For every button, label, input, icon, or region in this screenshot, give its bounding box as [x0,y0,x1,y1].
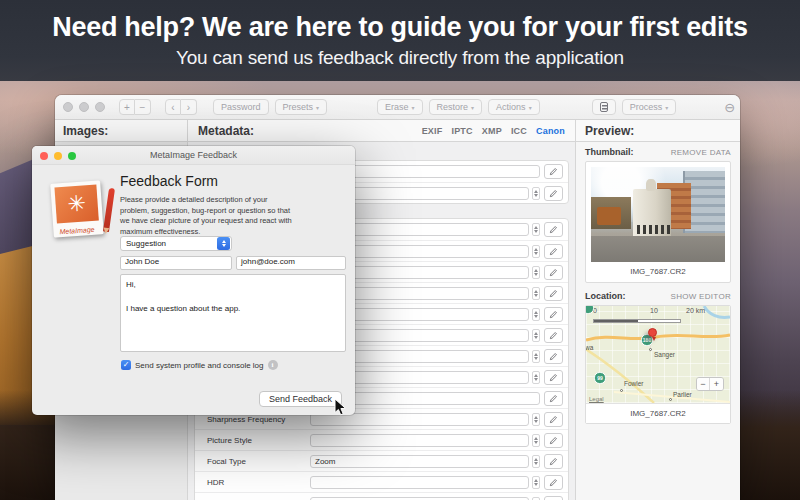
tab-iptc[interactable]: IPTC [451,126,472,136]
edit-field-button[interactable] [544,164,563,179]
erase-button[interactable]: Erase▾ [377,99,423,115]
value-stepper[interactable] [532,434,540,447]
send-profile-checkbox[interactable]: ✓ [121,360,131,370]
metadata-value-field[interactable]: Zoom [310,455,529,468]
remove-data-button[interactable]: REMOVE DATA [671,148,731,157]
select-stepper-icon [217,237,230,250]
edit-field-button[interactable] [544,307,563,322]
email-field[interactable]: john@doe.com [236,256,346,270]
process-button[interactable]: Process▾ [622,99,677,115]
value-stepper[interactable] [532,329,540,342]
panel-header-row: Images: Metadata: EXIFIPTCXMPICCCanon Pr… [55,120,740,142]
value-stepper[interactable] [532,350,540,363]
minimize-window-button[interactable] [79,102,89,112]
app-icon-signature: MetaImage [59,226,94,235]
location-label: Location: [585,291,626,301]
value-stepper[interactable] [532,476,540,489]
pencil-icon [549,310,558,319]
send-feedback-button[interactable]: Send Feedback [259,391,342,407]
photo-people [637,225,671,234]
edit-field-button[interactable] [544,496,563,500]
edit-field-button[interactable] [544,186,563,201]
actions-button[interactable]: Actions▾ [488,99,540,115]
zoom-dialog-button[interactable] [68,152,76,160]
thumbnail-photo[interactable] [591,167,725,262]
value-stepper[interactable] [532,223,540,236]
tab-icc[interactable]: ICC [511,126,527,136]
map-legal-link[interactable]: Legal [589,396,604,402]
edit-field-button[interactable] [544,328,563,343]
photo-street [591,236,725,262]
edit-field-button[interactable] [544,454,563,469]
dialog-titlebar[interactable]: MetaImage Feedback [32,146,355,165]
value-stepper[interactable] [532,187,540,200]
edit-field-button[interactable] [544,244,563,259]
remove-image-button[interactable]: − [135,99,151,115]
chevron-down-icon: ▾ [529,104,532,111]
chevron-down-icon: ▾ [665,104,668,111]
town-label-sanger: Sanger [654,351,675,358]
map-pin-icon[interactable] [648,328,657,337]
info-icon[interactable]: i [268,360,278,370]
value-stepper[interactable] [532,287,540,300]
tab-canon[interactable]: Canon [536,126,565,136]
value-stepper[interactable] [532,413,540,426]
value-stepper[interactable] [532,455,540,468]
metadata-row-label: Focal Type [207,457,310,466]
value-stepper[interactable] [532,371,540,384]
metadata-value-field[interactable] [310,497,529,500]
pencil-icon [549,352,558,361]
forward-button[interactable]: › [181,99,197,115]
edit-field-button[interactable] [544,222,563,237]
pencil-icon [549,394,558,403]
minimize-dialog-button[interactable] [54,152,62,160]
metadata-value-field[interactable] [310,476,529,489]
edit-field-button[interactable] [544,349,563,364]
location-card: 0 10 20 km 180 99 alwa Sanger Fowler Par… [585,305,731,424]
erase-all-icon[interactable]: ⊖ [724,101,735,114]
pencil-decoration-icon [103,188,115,232]
pencil-icon [549,289,558,298]
thumbnail-label: Thumbnail: [585,147,634,157]
name-field[interactable]: John Doe [120,256,232,270]
edit-field-button[interactable] [544,370,563,385]
add-image-button[interactable]: + [119,99,135,115]
photo-truck [597,207,621,225]
metadata-row-label: HDR [207,478,310,487]
show-editor-button[interactable]: SHOW EDITOR [671,292,732,301]
restore-label: Restore [437,102,469,112]
chevron-down-icon: ▾ [471,104,474,111]
value-stepper[interactable] [532,497,540,500]
value-stepper[interactable] [532,308,540,321]
window-controls[interactable] [63,102,105,112]
close-dialog-button[interactable] [40,152,48,160]
edit-field-button[interactable] [544,286,563,301]
edit-field-button[interactable] [544,265,563,280]
back-button[interactable]: ‹ [165,99,181,115]
presets-button[interactable]: Presets▾ [275,99,328,115]
value-stepper[interactable] [532,266,540,279]
zoom-window-button[interactable] [95,102,105,112]
value-stepper[interactable] [532,245,540,258]
edit-field-button[interactable] [544,433,563,448]
list-view-icon [600,102,608,112]
edit-field-button[interactable] [544,412,563,427]
tab-exif[interactable]: EXIF [422,126,443,136]
edit-field-button[interactable] [544,475,563,490]
close-window-button[interactable] [63,102,73,112]
edit-field-button[interactable] [544,391,563,406]
map-zoom-controls: − + [696,377,724,391]
message-textarea[interactable]: Hi, I have a question about the app. [120,274,346,352]
restore-button[interactable]: Restore▾ [429,99,483,115]
feedback-category-select[interactable]: Suggestion [120,236,232,251]
feedback-description: Please provide a detailed description of… [120,195,292,237]
metadata-value-field[interactable] [310,434,529,447]
map-zoom-in-button[interactable]: + [710,378,723,390]
location-map[interactable]: 0 10 20 km 180 99 alwa Sanger Fowler Par… [586,306,730,403]
town-label-calwa: alwa [586,344,593,351]
password-button[interactable]: Password [213,99,269,115]
map-zoom-out-button[interactable]: − [697,378,710,390]
pencil-icon [549,247,558,256]
view-options-button[interactable] [592,99,616,115]
tab-xmp[interactable]: XMP [482,126,502,136]
